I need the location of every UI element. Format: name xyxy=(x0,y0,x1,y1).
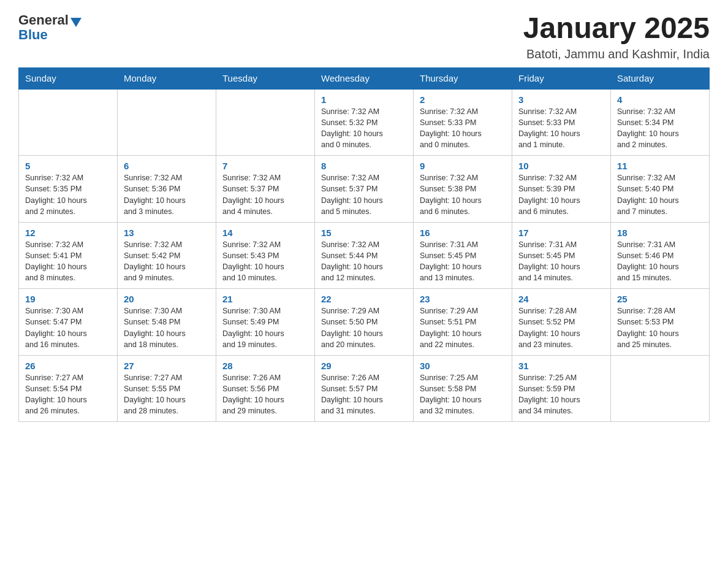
calendar-week-4: 19Sunrise: 7:30 AMSunset: 5:47 PMDayligh… xyxy=(19,289,710,356)
calendar-cell: 13Sunrise: 7:32 AMSunset: 5:42 PMDayligh… xyxy=(118,222,216,289)
title-section: January 2025 Batoti, Jammu and Kashmir, … xyxy=(523,12,710,61)
day-info: Sunrise: 7:31 AMSunset: 5:45 PMDaylight:… xyxy=(420,239,506,284)
day-number: 22 xyxy=(321,294,407,304)
calendar-cell: 23Sunrise: 7:29 AMSunset: 5:51 PMDayligh… xyxy=(414,289,512,356)
day-of-week-wednesday: Wednesday xyxy=(315,67,414,89)
day-number: 16 xyxy=(420,228,506,238)
day-number: 21 xyxy=(222,294,308,304)
calendar-cell xyxy=(118,89,216,156)
calendar-cell: 31Sunrise: 7:25 AMSunset: 5:59 PMDayligh… xyxy=(512,355,611,422)
calendar-cell: 6Sunrise: 7:32 AMSunset: 5:36 PMDaylight… xyxy=(118,156,216,223)
day-number: 20 xyxy=(124,294,210,304)
calendar-cell: 24Sunrise: 7:28 AMSunset: 5:52 PMDayligh… xyxy=(512,289,611,356)
day-info: Sunrise: 7:32 AMSunset: 5:34 PMDaylight:… xyxy=(617,106,703,151)
calendar-cell xyxy=(611,355,710,422)
day-info: Sunrise: 7:31 AMSunset: 5:45 PMDaylight:… xyxy=(518,239,604,284)
day-number: 5 xyxy=(25,161,111,171)
calendar-cell: 15Sunrise: 7:32 AMSunset: 5:44 PMDayligh… xyxy=(315,222,414,289)
day-number: 15 xyxy=(321,228,407,238)
calendar-cell: 2Sunrise: 7:32 AMSunset: 5:33 PMDaylight… xyxy=(414,89,512,156)
logo-general-text: General xyxy=(18,12,69,28)
day-number: 8 xyxy=(321,161,407,171)
calendar-cell xyxy=(216,89,315,156)
calendar-week-3: 12Sunrise: 7:32 AMSunset: 5:41 PMDayligh… xyxy=(19,222,710,289)
month-title: January 2025 xyxy=(523,12,710,45)
day-info: Sunrise: 7:30 AMSunset: 5:48 PMDaylight:… xyxy=(124,305,210,350)
day-info: Sunrise: 7:28 AMSunset: 5:53 PMDaylight:… xyxy=(617,305,703,350)
calendar-cell: 4Sunrise: 7:32 AMSunset: 5:34 PMDaylight… xyxy=(611,89,710,156)
day-info: Sunrise: 7:32 AMSunset: 5:37 PMDaylight:… xyxy=(222,172,308,217)
day-number: 27 xyxy=(124,361,210,371)
day-number: 28 xyxy=(222,361,308,371)
calendar-cell: 19Sunrise: 7:30 AMSunset: 5:47 PMDayligh… xyxy=(19,289,118,356)
calendar-cell: 30Sunrise: 7:25 AMSunset: 5:58 PMDayligh… xyxy=(414,355,512,422)
day-info: Sunrise: 7:25 AMSunset: 5:58 PMDaylight:… xyxy=(420,372,506,417)
day-info: Sunrise: 7:32 AMSunset: 5:44 PMDaylight:… xyxy=(321,239,407,284)
day-info: Sunrise: 7:25 AMSunset: 5:59 PMDaylight:… xyxy=(518,372,604,417)
day-number: 9 xyxy=(420,161,506,171)
day-number: 6 xyxy=(124,161,210,171)
logo-blue-text: Blue xyxy=(18,28,48,42)
day-info: Sunrise: 7:32 AMSunset: 5:42 PMDaylight:… xyxy=(124,239,210,284)
day-number: 11 xyxy=(617,161,703,171)
day-info: Sunrise: 7:29 AMSunset: 5:50 PMDaylight:… xyxy=(321,305,407,350)
calendar-week-1: 1Sunrise: 7:32 AMSunset: 5:32 PMDaylight… xyxy=(19,89,710,156)
logo: General Blue xyxy=(18,12,82,42)
calendar-cell: 26Sunrise: 7:27 AMSunset: 5:54 PMDayligh… xyxy=(19,355,118,422)
day-info: Sunrise: 7:28 AMSunset: 5:52 PMDaylight:… xyxy=(518,305,604,350)
calendar-cell: 8Sunrise: 7:32 AMSunset: 5:37 PMDaylight… xyxy=(315,156,414,223)
calendar-table: SundayMondayTuesdayWednesdayThursdayFrid… xyxy=(18,67,710,423)
day-info: Sunrise: 7:32 AMSunset: 5:35 PMDaylight:… xyxy=(25,172,111,217)
day-info: Sunrise: 7:27 AMSunset: 5:54 PMDaylight:… xyxy=(25,372,111,417)
day-info: Sunrise: 7:31 AMSunset: 5:46 PMDaylight:… xyxy=(617,239,703,284)
day-number: 17 xyxy=(518,228,604,238)
calendar-cell: 22Sunrise: 7:29 AMSunset: 5:50 PMDayligh… xyxy=(315,289,414,356)
location-title: Batoti, Jammu and Kashmir, India xyxy=(523,47,710,61)
day-number: 23 xyxy=(420,294,506,304)
day-of-week-monday: Monday xyxy=(118,67,216,89)
calendar-cell: 28Sunrise: 7:26 AMSunset: 5:56 PMDayligh… xyxy=(216,355,315,422)
logo-triangle-icon xyxy=(70,18,82,27)
calendar-cell: 20Sunrise: 7:30 AMSunset: 5:48 PMDayligh… xyxy=(118,289,216,356)
calendar-cell: 25Sunrise: 7:28 AMSunset: 5:53 PMDayligh… xyxy=(611,289,710,356)
day-of-week-thursday: Thursday xyxy=(414,67,512,89)
day-number: 13 xyxy=(124,228,210,238)
day-info: Sunrise: 7:26 AMSunset: 5:56 PMDaylight:… xyxy=(222,372,308,417)
day-info: Sunrise: 7:32 AMSunset: 5:39 PMDaylight:… xyxy=(518,172,604,217)
days-of-week-row: SundayMondayTuesdayWednesdayThursdayFrid… xyxy=(19,67,710,89)
day-number: 30 xyxy=(420,361,506,371)
calendar-cell: 5Sunrise: 7:32 AMSunset: 5:35 PMDaylight… xyxy=(19,156,118,223)
day-info: Sunrise: 7:30 AMSunset: 5:49 PMDaylight:… xyxy=(222,305,308,350)
calendar-body: 1Sunrise: 7:32 AMSunset: 5:32 PMDaylight… xyxy=(19,89,710,422)
day-number: 2 xyxy=(420,94,506,105)
day-info: Sunrise: 7:32 AMSunset: 5:38 PMDaylight:… xyxy=(420,172,506,217)
day-number: 12 xyxy=(25,228,111,238)
day-info: Sunrise: 7:29 AMSunset: 5:51 PMDaylight:… xyxy=(420,305,506,350)
calendar-cell: 3Sunrise: 7:32 AMSunset: 5:33 PMDaylight… xyxy=(512,89,611,156)
calendar-cell: 21Sunrise: 7:30 AMSunset: 5:49 PMDayligh… xyxy=(216,289,315,356)
day-number: 19 xyxy=(25,294,111,304)
day-number: 25 xyxy=(617,294,703,304)
page-header: General Blue January 2025 Batoti, Jammu … xyxy=(18,12,710,61)
day-number: 18 xyxy=(617,228,703,238)
day-info: Sunrise: 7:32 AMSunset: 5:32 PMDaylight:… xyxy=(321,106,407,151)
calendar-cell: 12Sunrise: 7:32 AMSunset: 5:41 PMDayligh… xyxy=(19,222,118,289)
calendar-cell xyxy=(19,89,118,156)
day-info: Sunrise: 7:32 AMSunset: 5:33 PMDaylight:… xyxy=(420,106,506,151)
calendar-cell: 17Sunrise: 7:31 AMSunset: 5:45 PMDayligh… xyxy=(512,222,611,289)
calendar-cell: 29Sunrise: 7:26 AMSunset: 5:57 PMDayligh… xyxy=(315,355,414,422)
day-of-week-tuesday: Tuesday xyxy=(216,67,315,89)
day-number: 3 xyxy=(518,94,604,105)
day-of-week-saturday: Saturday xyxy=(611,67,710,89)
day-number: 14 xyxy=(222,228,308,238)
calendar-cell: 16Sunrise: 7:31 AMSunset: 5:45 PMDayligh… xyxy=(414,222,512,289)
day-of-week-sunday: Sunday xyxy=(19,67,118,89)
day-number: 26 xyxy=(25,361,111,371)
day-number: 24 xyxy=(518,294,604,304)
day-info: Sunrise: 7:26 AMSunset: 5:57 PMDaylight:… xyxy=(321,372,407,417)
calendar-cell: 7Sunrise: 7:32 AMSunset: 5:37 PMDaylight… xyxy=(216,156,315,223)
calendar-week-2: 5Sunrise: 7:32 AMSunset: 5:35 PMDaylight… xyxy=(19,156,710,223)
calendar-cell: 18Sunrise: 7:31 AMSunset: 5:46 PMDayligh… xyxy=(611,222,710,289)
day-info: Sunrise: 7:32 AMSunset: 5:36 PMDaylight:… xyxy=(124,172,210,217)
calendar-cell: 9Sunrise: 7:32 AMSunset: 5:38 PMDaylight… xyxy=(414,156,512,223)
